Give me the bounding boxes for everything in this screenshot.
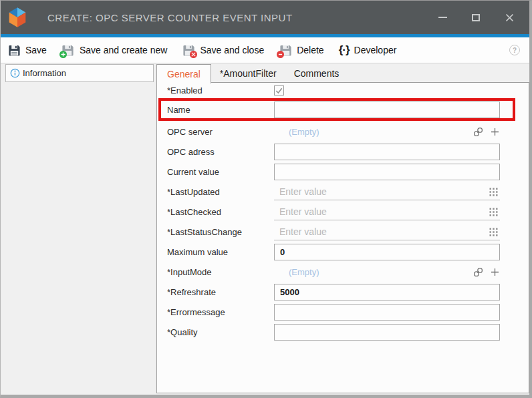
field-row-errormessage: *Errormessage bbox=[157, 302, 529, 322]
app-window: CREATE: OPC SERVER COUNTER EVENT INPUT bbox=[0, 0, 532, 398]
name-input[interactable] bbox=[274, 102, 500, 118]
save-and-close-label: Save and close bbox=[200, 45, 264, 55]
save-button[interactable]: Save bbox=[7, 43, 47, 57]
window-controls bbox=[430, 6, 529, 29]
code-braces-icon: {·} bbox=[339, 43, 350, 57]
add-icon[interactable] bbox=[489, 266, 500, 277]
field-row-refreshrate: *Refreshrate bbox=[157, 282, 529, 302]
information-label: Information bbox=[23, 68, 66, 78]
body-area: Information General *AmountFilter Commen… bbox=[1, 63, 529, 395]
tab-comments[interactable]: Comments bbox=[285, 64, 348, 83]
app-logo-icon bbox=[7, 7, 27, 28]
field-row-laststatuschange: *LastStatusChange bbox=[157, 222, 529, 242]
delete-button[interactable]: Delete bbox=[279, 43, 323, 57]
tab-general[interactable]: General bbox=[156, 64, 211, 83]
link-icon[interactable] bbox=[473, 266, 483, 277]
inputmode-value[interactable]: (Empty) bbox=[274, 267, 319, 277]
no-entry-badge-icon bbox=[277, 51, 284, 58]
enabled-checkbox[interactable] bbox=[274, 85, 284, 95]
add-icon[interactable] bbox=[489, 126, 500, 137]
field-row-name: Name bbox=[157, 97, 529, 122]
save-and-close-button[interactable]: Save and close bbox=[182, 43, 264, 57]
checkmark-icon bbox=[275, 86, 283, 95]
lastupdated-input[interactable] bbox=[274, 184, 500, 199]
field-label: *Quality bbox=[167, 327, 274, 337]
maximize-button[interactable] bbox=[464, 6, 488, 29]
maximize-icon bbox=[472, 14, 480, 21]
help-icon[interactable]: ? bbox=[509, 45, 520, 55]
toolbar: Save Save and create new bbox=[1, 37, 529, 63]
field-row-enabled: *Enabled bbox=[157, 83, 529, 97]
save-close-icon bbox=[182, 43, 195, 57]
field-label: *LastChecked bbox=[167, 207, 274, 217]
datetime-picker-icon[interactable] bbox=[489, 228, 498, 236]
laststatuschange-input[interactable] bbox=[274, 224, 500, 239]
field-row-lastchecked: *LastChecked bbox=[157, 202, 529, 222]
save-and-create-new-button[interactable]: Save and create new bbox=[61, 43, 168, 57]
field-row-current-value: Current value bbox=[157, 162, 529, 182]
link-icon[interactable] bbox=[473, 126, 483, 137]
save-icon bbox=[7, 43, 21, 57]
window-title: CREATE: OPC SERVER COUNTER EVENT INPUT bbox=[47, 12, 293, 23]
delete-label: Delete bbox=[297, 45, 323, 55]
field-label: OPC server bbox=[167, 127, 274, 137]
field-label: *Enabled bbox=[167, 85, 274, 95]
save-and-create-new-label: Save and create new bbox=[80, 45, 168, 55]
field-row-lastupdated: *LastUpdated bbox=[157, 182, 529, 202]
refreshrate-input[interactable] bbox=[274, 284, 500, 301]
save-create-new-icon bbox=[61, 43, 75, 57]
field-row-opc-adress: OPC adress bbox=[157, 142, 529, 162]
delete-icon bbox=[279, 43, 292, 57]
minimize-button[interactable] bbox=[430, 6, 454, 29]
close-icon bbox=[505, 13, 514, 22]
field-row-opc-server: OPC server (Empty) bbox=[157, 122, 529, 142]
opc-adress-input[interactable] bbox=[274, 144, 500, 160]
general-tab-panel: *Enabled Name OPC ser bbox=[156, 82, 529, 393]
tab-amountfilter[interactable]: *AmountFilter bbox=[211, 64, 285, 83]
lastchecked-input[interactable] bbox=[274, 204, 500, 219]
minimize-icon bbox=[438, 17, 447, 18]
field-label: *Refreshrate bbox=[167, 287, 274, 297]
field-label: Name bbox=[167, 105, 274, 115]
current-value-input[interactable] bbox=[274, 164, 500, 180]
developer-button[interactable]: {·} Developer bbox=[339, 43, 397, 57]
quality-input[interactable] bbox=[274, 324, 500, 341]
field-label: OPC adress bbox=[167, 147, 274, 157]
sidebar-item-information[interactable]: Information bbox=[5, 64, 154, 82]
maximum-value-input[interactable] bbox=[274, 244, 500, 260]
errormessage-input[interactable] bbox=[274, 304, 500, 321]
close-badge-icon bbox=[190, 51, 197, 58]
field-row-maximum-value: Maximum value bbox=[157, 242, 529, 262]
close-button[interactable] bbox=[497, 6, 521, 29]
save-label: Save bbox=[25, 45, 47, 55]
developer-label: Developer bbox=[354, 45, 397, 55]
field-label: *InputMode bbox=[167, 267, 274, 277]
info-icon bbox=[10, 68, 20, 78]
datetime-picker-icon[interactable] bbox=[489, 188, 498, 196]
field-row-inputmode: *InputMode (Empty) bbox=[157, 262, 529, 282]
field-row-quality: *Quality bbox=[157, 322, 529, 342]
field-label: *LastUpdated bbox=[167, 187, 274, 197]
field-label: Maximum value bbox=[167, 247, 274, 257]
title-bar: CREATE: OPC SERVER COUNTER EVENT INPUT bbox=[1, 1, 529, 34]
tab-bar: General *AmountFilter Comments bbox=[156, 64, 348, 83]
field-label: *LastStatusChange bbox=[167, 227, 274, 237]
datetime-picker-icon[interactable] bbox=[489, 208, 498, 216]
opc-server-value[interactable]: (Empty) bbox=[274, 127, 319, 137]
field-label: *Errormessage bbox=[167, 307, 274, 317]
plus-badge-icon bbox=[59, 51, 67, 58]
field-label: Current value bbox=[167, 167, 274, 177]
